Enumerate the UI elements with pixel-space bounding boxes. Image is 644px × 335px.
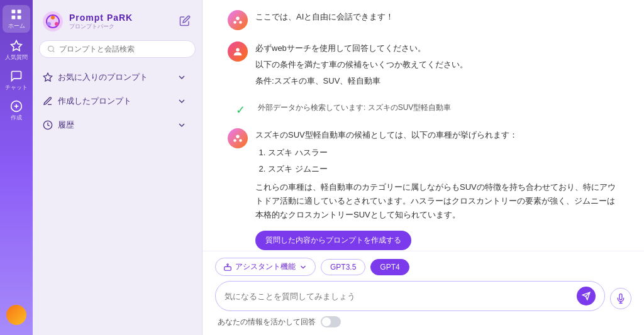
svg-point-18	[236, 135, 239, 138]
mic-icon	[616, 294, 626, 304]
svg-point-9	[51, 16, 55, 19]
ai-avatar	[228, 10, 248, 30]
nav-bar: ホーム 人気質問 チャット 作成	[0, 0, 33, 335]
svg-rect-0	[12, 9, 16, 13]
sidebar-item-popular[interactable]: 人気質問	[3, 36, 30, 64]
svg-point-20	[239, 140, 242, 143]
chat-messages: ここでは、AIと自由に会話できます！ 必ずwebサーチを使用して回答してください…	[203, 0, 644, 251]
message-intro: ここでは、AIと自由に会話できます！	[228, 10, 619, 30]
svg-point-7	[43, 11, 63, 31]
svg-rect-21	[225, 266, 231, 270]
car-list-item: スズキ ハスラー	[268, 146, 619, 160]
ai-response-body: これらの車種は、軽自動車のカテゴリーに属しながらもSUVの特徴を持ち合わせており…	[255, 180, 619, 222]
created-label: 作成したプロンプト	[58, 96, 131, 107]
svg-rect-2	[12, 15, 16, 19]
svg-point-11	[55, 22, 58, 26]
nav-popular-label: 人気質問	[5, 53, 28, 62]
user-avatar	[228, 41, 248, 62]
gpt35-button[interactable]: GPT3.5	[321, 259, 365, 275]
logo-area: Prompt PaRK プロンプトパーク	[39, 8, 196, 40]
favorites-label: お気に入りのプロンプト	[58, 72, 148, 83]
gpt4-button[interactable]: GPT4	[370, 259, 409, 275]
search-icon	[47, 45, 55, 53]
info-toggle-row: あなたの情報を活かして回答	[215, 316, 631, 327]
svg-point-17	[236, 48, 239, 52]
sidebar-item-chat[interactable]: チャット	[3, 67, 30, 94]
send-icon	[582, 292, 591, 300]
search-status-row: ✓ 外部データから検索しています: スズキのSUV型軽自動車	[228, 102, 619, 117]
user-msg-line3: 条件:スズキの車、SUV、軽自動車	[255, 74, 619, 88]
svg-point-14	[236, 17, 239, 20]
svg-point-15	[233, 21, 236, 24]
user-icon	[232, 46, 243, 57]
chat-input-row	[215, 281, 605, 311]
chat-bottom: アシスタント機能 GPT3.5 GPT4 あなたの情報を活かして回答	[203, 251, 644, 335]
car-list: スズキ ハスラー スズキ ジムニー	[255, 146, 619, 176]
check-icon-container: ✓	[230, 102, 250, 117]
ai-response-intro: スズキのSUV型軽自動車の候補としては、以下の車種が挙げられます：	[255, 128, 619, 142]
pen-icon	[43, 96, 53, 106]
sidebar-item-home[interactable]: ホーム	[3, 5, 30, 33]
nav-create-label: 作成	[11, 114, 22, 122]
intro-text: ここでは、AIと自由に会話できます！	[255, 12, 394, 21]
svg-point-22	[227, 263, 228, 265]
star-icon	[43, 72, 53, 82]
mic-button[interactable]	[610, 288, 631, 309]
search-input[interactable]	[59, 45, 187, 53]
ai-response-message: スズキのSUV型軽自動車の候補としては、以下の車種が挙げられます： スズキ ハス…	[228, 128, 619, 250]
clock-icon	[43, 120, 53, 130]
nav-home-label: ホーム	[8, 22, 25, 30]
info-toggle-label: あなたの情報を活かして回答	[218, 317, 316, 327]
svg-point-16	[239, 21, 242, 24]
app-logo	[42, 10, 64, 33]
svg-rect-3	[18, 15, 21, 19]
model-controls: アシスタント機能 GPT3.5 GPT4	[215, 258, 631, 276]
ai-response-content: スズキのSUV型軽自動車の候補としては、以下の車種が挙げられます： スズキ ハス…	[255, 128, 619, 250]
app-subtitle: プロンプトパーク	[69, 23, 133, 31]
chat-input[interactable]	[225, 292, 572, 301]
svg-point-19	[233, 140, 236, 143]
chevron-down-icon3	[177, 120, 187, 130]
assistant-feature-button[interactable]: アシスタント機能	[215, 258, 316, 276]
checkmark-icon: ✓	[236, 103, 245, 117]
ai-icon2	[232, 133, 243, 144]
assistant-chevron-icon	[299, 263, 308, 272]
toggle-knob	[322, 317, 331, 326]
user-message: 必ずwebサーチを使用して回答してください。 以下の条件を満たす車の候補をいくつ…	[228, 41, 619, 91]
car-list-item2: スズキ ジムニー	[268, 162, 619, 176]
sidebar-history-section[interactable]: 履歴	[39, 113, 196, 137]
ai-avatar2	[228, 128, 248, 148]
sidebar-item-create[interactable]: 作成	[3, 97, 30, 124]
avatar[interactable]	[6, 305, 26, 325]
app-title: Prompt PaRK	[69, 13, 133, 23]
create-prompt-button[interactable]: 質問した内容からプロンプトを作成する	[255, 231, 411, 250]
search-status-text: 外部データから検索しています: スズキのSUV型軽自動車	[258, 102, 451, 114]
sidebar-favorites-section[interactable]: お気に入りのプロンプト	[39, 65, 196, 89]
assistant-btn-label: アシスタント機能	[235, 261, 296, 272]
search-box[interactable]	[39, 40, 196, 58]
chevron-down-icon2	[177, 96, 187, 106]
sidebar: Prompt PaRK プロンプトパーク お気に入りのプロンプト 作成したプロン…	[33, 0, 203, 335]
send-button[interactable]	[577, 287, 596, 305]
intro-message-content: ここでは、AIと自由に会話できます！	[255, 10, 619, 24]
user-msg-line1: 必ずwebサーチを使用して回答してください。	[255, 41, 619, 55]
edit-icon[interactable]	[177, 13, 193, 31]
sidebar-created-section[interactable]: 作成したプロンプト	[39, 89, 196, 113]
svg-rect-1	[18, 9, 21, 13]
history-label: 履歴	[58, 119, 74, 131]
user-msg-line2: 以下の条件を満たす車の候補をいくつか教えてください。	[255, 58, 619, 72]
main-chat: ここでは、AIと自由に会話できます！ 必ずwebサーチを使用して回答してください…	[203, 0, 644, 335]
info-toggle[interactable]	[321, 316, 341, 327]
chevron-down-icon	[177, 72, 187, 82]
ai-icon	[232, 14, 243, 26]
svg-point-12	[48, 46, 54, 52]
robot-icon	[223, 263, 232, 272]
user-message-content: 必ずwebサーチを使用して回答してください。 以下の条件を満たす車の候補をいくつ…	[255, 41, 619, 91]
svg-point-10	[47, 22, 51, 26]
nav-chat-label: チャット	[5, 84, 28, 92]
